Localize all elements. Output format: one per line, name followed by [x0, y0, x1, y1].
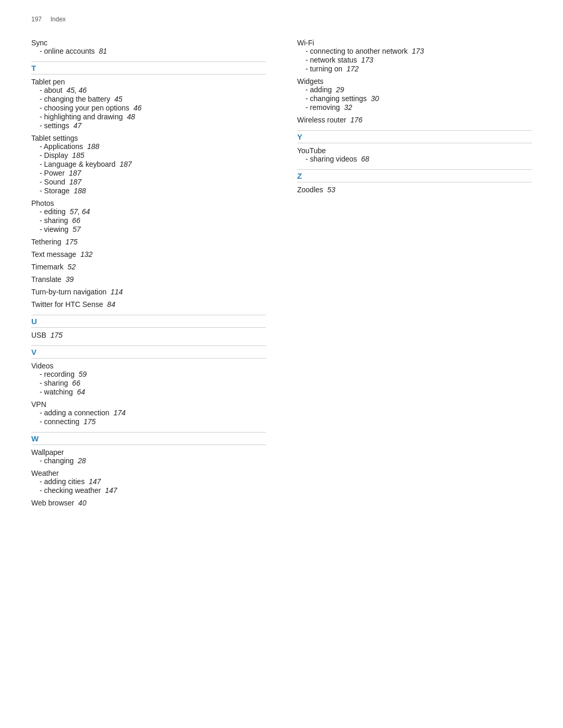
index-entry: Zoodles 53	[297, 186, 532, 194]
index-entry: Translate 39	[31, 275, 266, 283]
entry-main-text: VPN	[31, 400, 266, 409]
entry-sub-text: - viewing 57	[31, 225, 266, 233]
index-entry: Web browser 40	[31, 499, 266, 507]
index-entry: Tablet settings- Applications 188- Displ…	[31, 134, 266, 195]
entry-sub-text: - about 45, 46	[31, 86, 266, 94]
index-entry: Turn-by-turn navigation 114	[31, 288, 266, 296]
entry-sub-text: - adding cities 147	[31, 477, 266, 486]
entry-main-text: Zoodles 53	[297, 186, 532, 194]
entry-main-text: Web browser 40	[31, 499, 266, 507]
entry-main-text: Photos	[31, 199, 266, 207]
section-letter-y: Y	[297, 130, 532, 143]
section-letter-t: T	[31, 61, 266, 75]
entry-sub-text: - Sound 187	[31, 178, 266, 186]
index-entry: Text message 132	[31, 250, 266, 258]
entry-main-text: Widgets	[297, 77, 532, 85]
entry-sub-text: - adding a connection 174	[31, 409, 266, 417]
entry-sub-text: - Power 187	[31, 169, 266, 177]
entry-main-text: YouTube	[297, 146, 532, 155]
entry-sub-text: - sharing 66	[31, 216, 266, 225]
index-entry: Tablet pen- about 45, 46- changing the b…	[31, 78, 266, 130]
entry-sub-text: - Language & keyboard 187	[31, 160, 266, 168]
entry-sub-text: - sharing 66	[31, 379, 266, 387]
entry-sub-text: - sharing videos 68	[297, 155, 532, 163]
entry-sub-text: - online accounts 81	[31, 47, 266, 55]
entry-sub-text: - removing 32	[297, 103, 532, 112]
index-entry: Tethering 175	[31, 238, 266, 246]
index-entry: Wallpaper- changing 28	[31, 448, 266, 465]
entry-sub-text: - settings 47	[31, 121, 266, 130]
entry-sub-text: - Applications 188	[31, 142, 266, 151]
entry-sub-text: - highlighting and drawing 48	[31, 113, 266, 121]
entry-main-text: Videos	[31, 362, 266, 370]
left-column: Sync- online accounts 81TTablet pen- abo…	[31, 39, 266, 511]
index-entry: Twitter for HTC Sense 84	[31, 300, 266, 309]
index-entry: Wi-Fi- connecting to another network 173…	[297, 39, 532, 73]
entry-main-text: Turn-by-turn navigation 114	[31, 288, 266, 296]
index-entry: Videos- recording 59- sharing 66- watchi…	[31, 362, 266, 396]
entry-main-text: Tablet pen	[31, 78, 266, 86]
entry-sub-text: - changing the battery 45	[31, 95, 266, 103]
index-entry: Weather- adding cities 147- checking wea…	[31, 469, 266, 495]
entry-sub-text: - adding 29	[297, 85, 532, 94]
page-number: 197	[31, 16, 42, 23]
section-letter-w: W	[31, 432, 266, 445]
index-entry: Timemark 52	[31, 263, 266, 271]
entry-sub-text: - recording 59	[31, 370, 266, 378]
entry-main-text: Translate 39	[31, 275, 266, 283]
section-letter-v: V	[31, 346, 266, 359]
entry-main-text: Wireless router 176	[297, 116, 532, 124]
entry-sub-text: - connecting 175	[31, 417, 266, 426]
section-letter-z: Z	[297, 169, 532, 182]
entry-sub-text: - checking weather 147	[31, 486, 266, 495]
entry-main-text: Wi-Fi	[297, 39, 532, 47]
entry-main-text: Text message 132	[31, 250, 266, 258]
entry-sub-text: - choosing your pen options 46	[31, 104, 266, 112]
entry-main-text: Tablet settings	[31, 134, 266, 142]
index-entry: VPN- adding a connection 174- connecting…	[31, 400, 266, 426]
section-letter-u: U	[31, 315, 266, 328]
right-column: Wi-Fi- connecting to another network 173…	[297, 39, 532, 511]
entry-sub-text: - editing 57, 64	[31, 207, 266, 216]
entry-sub-text: - network status 173	[297, 56, 532, 64]
section-title: Index	[51, 16, 66, 23]
entry-sub-text: - Display 185	[31, 151, 266, 159]
index-entry: Widgets- adding 29- changing settings 30…	[297, 77, 532, 112]
entry-sub-text: - changing settings 30	[297, 94, 532, 103]
entry-main-text: Timemark 52	[31, 263, 266, 271]
entry-main-text: Twitter for HTC Sense 84	[31, 300, 266, 309]
entry-sub-text: - changing 28	[31, 456, 266, 465]
entry-main-text: Weather	[31, 469, 266, 477]
entry-main-text: Tethering 175	[31, 238, 266, 246]
index-content: Sync- online accounts 81TTablet pen- abo…	[31, 39, 532, 511]
entry-sub-text: - connecting to another network 173	[297, 47, 532, 55]
entry-main-text: USB 175	[31, 331, 266, 339]
index-entry: Sync- online accounts 81	[31, 39, 266, 55]
entry-main-text: Sync	[31, 39, 266, 47]
entry-sub-text: - Storage 188	[31, 187, 266, 195]
index-entry: Photos- editing 57, 64- sharing 66- view…	[31, 199, 266, 233]
page-header: 197 Index	[31, 16, 532, 23]
index-entry: USB 175	[31, 331, 266, 339]
entry-sub-text: - watching 64	[31, 388, 266, 396]
index-entry: YouTube- sharing videos 68	[297, 146, 532, 163]
entry-main-text: Wallpaper	[31, 448, 266, 456]
index-entry: Wireless router 176	[297, 116, 532, 124]
entry-sub-text: - turning on 172	[297, 65, 532, 73]
